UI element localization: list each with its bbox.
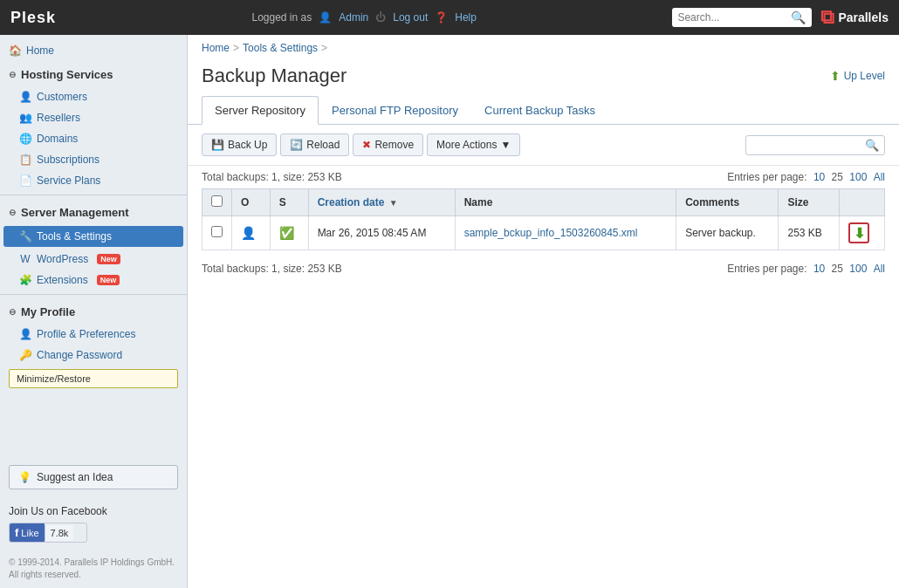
toolbar: 💾 Back Up 🔄 Reload ✖ Remove More Actions…	[188, 125, 899, 166]
suggest-idea-button[interactable]: 💡 Suggest an Idea	[9, 465, 178, 489]
sidebar-item-customers[interactable]: 👤 Customers	[0, 86, 187, 107]
collapse-icon-profile: ⊖	[9, 307, 16, 317]
remove-label: Remove	[374, 139, 414, 151]
backup-file-link[interactable]: sample_bckup_info_1503260845.xml	[464, 227, 638, 239]
download-icon: ⬇	[854, 225, 865, 242]
sidebar-item-wordpress[interactable]: W WordPress New	[0, 249, 187, 270]
backup-label: Back Up	[228, 139, 267, 151]
remove-icon: ✖	[362, 139, 371, 151]
sidebar-item-change-password[interactable]: 🔑 Change Password	[0, 345, 187, 366]
my-profile-header[interactable]: ⊖ My Profile	[0, 298, 187, 324]
total-info-bottom: Total backups: 1, size: 253 KB	[202, 263, 342, 275]
breadcrumb-tools[interactable]: Tools & Settings	[243, 42, 318, 54]
sidebar-item-resellers[interactable]: 👥 Resellers	[0, 107, 187, 128]
server-management-label: Server Management	[21, 206, 129, 219]
th-o: O	[232, 189, 271, 216]
server-management-header[interactable]: ⊖ Server Management	[0, 199, 187, 224]
page-all-bottom[interactable]: All	[874, 263, 885, 275]
table-header-row: O S Creation date ▼ Name Comments Size	[202, 189, 885, 216]
backup-table: O S Creation date ▼ Name Comments Size	[202, 188, 885, 250]
service-plans-icon: 📄	[19, 174, 31, 187]
reload-button[interactable]: 🔄 Reload	[280, 133, 349, 156]
sidebar-item-home[interactable]: 🏠 Home	[0, 40, 187, 61]
row-checkbox-cell	[202, 216, 232, 250]
select-all-checkbox[interactable]	[211, 195, 223, 207]
more-actions-button[interactable]: More Actions ▼	[427, 133, 520, 156]
page-title: Backup Manager	[202, 65, 347, 87]
up-level-link[interactable]: ⬆ Up Level	[830, 69, 885, 83]
tab-current-backup[interactable]: Current Backup Tasks	[471, 96, 608, 125]
topbar: Plesk Logged in as 👤 Admin ⏻ Log out ❓ H…	[0, 0, 899, 35]
pagination-bottom: Entries per page: 10 25 100 All	[724, 263, 885, 275]
fb-like-box: f Like 7.8k	[9, 523, 87, 543]
page-10-top[interactable]: 10	[813, 171, 825, 183]
row-checkbox[interactable]	[211, 226, 223, 237]
sidebar-item-profile-preferences[interactable]: 👤 Profile & Preferences	[0, 324, 187, 345]
th-name: Name	[455, 189, 676, 216]
total-info-top: Total backups: 1, size: 253 KB	[202, 171, 342, 183]
tab-personal-ftp[interactable]: Personal FTP Repository	[319, 96, 471, 125]
fb-title: Join Us on Facebook	[9, 505, 178, 517]
fb-like-button[interactable]: f Like	[10, 523, 45, 542]
tools-settings-label: Tools & Settings	[37, 230, 112, 243]
backup-button[interactable]: 💾 Back Up	[202, 133, 277, 156]
customers-label: Customers	[37, 91, 87, 103]
search-icon: 🔍	[791, 10, 806, 24]
facebook-section: Join Us on Facebook f Like 7.8k	[0, 498, 187, 550]
profile-icon: 👤	[19, 328, 31, 340]
tab-server-repository[interactable]: Server Repository	[202, 96, 319, 125]
page-100-bottom[interactable]: 100	[849, 263, 867, 275]
toolbar-search[interactable]: 🔍	[745, 135, 885, 155]
collapse-icon-server: ⊖	[9, 208, 16, 217]
page-all-top[interactable]: All	[874, 171, 885, 183]
collapse-icon-hosting: ⊖	[9, 70, 16, 79]
help-link[interactable]: Help	[455, 11, 477, 24]
sidebar-item-extensions[interactable]: 🧩 Extensions New	[0, 270, 187, 291]
divider-2	[0, 294, 187, 295]
hosting-services-header[interactable]: ⊖ Hosting Services	[0, 61, 187, 86]
page-25-bottom: 25	[832, 263, 843, 275]
more-actions-arrow: ▼	[500, 139, 511, 151]
table-search-input[interactable]	[751, 139, 865, 151]
breadcrumb-home[interactable]: Home	[202, 42, 230, 54]
logout-link[interactable]: Log out	[393, 11, 428, 24]
sidebar-item-subscriptions[interactable]: 📋 Subscriptions	[0, 149, 187, 170]
admin-link[interactable]: Admin	[339, 11, 368, 24]
page-100-top[interactable]: 100	[849, 171, 867, 183]
page-25-top: 25	[832, 171, 843, 183]
search-box[interactable]: 🔍	[672, 8, 812, 27]
sidebar-item-tools-settings[interactable]: 🔧 Tools & Settings	[3, 226, 183, 247]
topbar-center: Logged in as 👤 Admin ⏻ Log out ❓ Help	[251, 11, 476, 24]
resellers-icon: 👥	[19, 112, 31, 124]
th-s: S	[270, 189, 308, 216]
extensions-new-badge: New	[97, 275, 120, 285]
subscriptions-icon: 📋	[19, 154, 31, 166]
entries-label-bottom: Entries per page:	[727, 263, 806, 275]
hosting-services-label: Hosting Services	[21, 68, 113, 81]
password-icon: 🔑	[19, 349, 31, 361]
fb-count: 7.8k	[45, 525, 74, 541]
sidebar-item-domains[interactable]: 🌐 Domains	[0, 128, 187, 149]
th-checkbox	[202, 189, 232, 216]
copyright: © 1999-2014. Parallels IP Holdings GmbH.…	[0, 550, 187, 588]
row-download-cell: ⬇	[840, 216, 885, 250]
search-input[interactable]	[677, 11, 791, 24]
th-creation-date[interactable]: Creation date ▼	[308, 189, 455, 216]
th-size: Size	[779, 189, 840, 216]
status-ok-icon: ✅	[279, 226, 294, 240]
remove-button[interactable]: ✖ Remove	[353, 133, 423, 156]
sidebar-item-service-plans[interactable]: 📄 Service Plans	[0, 170, 187, 191]
download-button[interactable]: ⬇	[848, 222, 869, 243]
th-actions	[840, 189, 885, 216]
main-layout: 🏠 Home ⊖ Hosting Services 👤 Customers 👥 …	[0, 35, 899, 588]
fb-icon: f	[15, 526, 18, 539]
change-password-label: Change Password	[37, 349, 122, 361]
home-icon: 🏠	[9, 44, 21, 57]
owner-icon: 👤	[241, 226, 256, 240]
pagination-top: Entries per page: 10 25 100 All	[724, 171, 885, 183]
info-bar-top: Total backups: 1, size: 253 KB Entries p…	[188, 166, 899, 188]
parallels-logo: ⧉ Parallels	[820, 6, 889, 29]
server-management-section: ⊖ Server Management 🔧 Tools & Settings W…	[0, 199, 187, 291]
page-10-bottom[interactable]: 10	[813, 263, 825, 275]
tabs-bar: Server Repository Personal FTP Repositor…	[188, 96, 899, 125]
